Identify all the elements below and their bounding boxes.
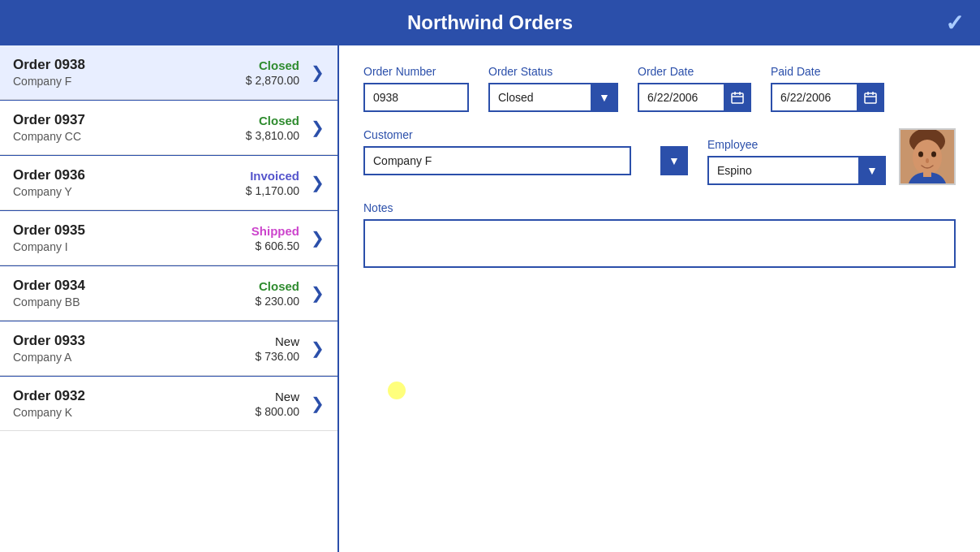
order-amount: $ 736.00 [256, 350, 300, 363]
paid-date-wrapper [771, 83, 884, 112]
app-header: Northwind Orders ✓ [0, 0, 980, 45]
order-info: Order 0933 Company A [13, 333, 256, 364]
order-amount: $ 3,810.00 [246, 129, 299, 142]
employee-label: Employee [707, 138, 886, 151]
order-status-label: Order Status [488, 65, 618, 78]
order-info: Order 0938 Company F [13, 57, 246, 88]
order-info: Order 0932 Company K [13, 388, 256, 419]
order-status: Closed [246, 58, 299, 72]
order-name: Order 0933 [13, 333, 256, 349]
order-number-input[interactable] [363, 83, 469, 112]
order-info: Order 0935 Company I [13, 222, 251, 253]
order-right: New $ 800.00 [256, 390, 300, 418]
order-name: Order 0938 [13, 57, 246, 73]
svg-point-12 [931, 152, 936, 157]
form-row-2: Customer Company F Company A Company BB … [363, 128, 956, 185]
order-info: Order 0937 Company CC [13, 112, 246, 143]
order-status: Closed [256, 279, 300, 293]
order-info: Order 0936 Company Y [13, 167, 246, 198]
notes-label: Notes [363, 201, 956, 214]
order-company: Company BB [13, 295, 256, 308]
order-date-label: Order Date [638, 65, 751, 78]
order-company: Company I [13, 240, 251, 253]
order-name: Order 0936 [13, 167, 246, 183]
list-item[interactable]: Order 0934 Company BB Closed $ 230.00 ❯ [0, 266, 337, 321]
chevron-right-icon[interactable]: ❯ [311, 173, 325, 192]
checkmark-icon[interactable]: ✓ [945, 10, 964, 37]
order-name: Order 0932 [13, 388, 256, 404]
cursor-indicator [388, 382, 406, 399]
employee-row: Employee Espino ▼ [707, 128, 956, 185]
paid-date-label: Paid Date [771, 65, 884, 78]
list-item[interactable]: Order 0937 Company CC Closed $ 3,810.00 … [0, 101, 337, 155]
order-status: New [256, 334, 300, 348]
order-status: New [256, 390, 300, 403]
svg-rect-0 [732, 93, 743, 103]
order-amount: $ 2,870.00 [246, 74, 299, 87]
order-company: Company CC [13, 130, 246, 143]
chevron-right-icon[interactable]: ❯ [311, 394, 325, 413]
svg-point-10 [913, 140, 942, 175]
order-status-select[interactable]: Closed New Shipped Invoiced [488, 83, 618, 112]
customer-select-wrapper: Company F Company A Company BB Company C… [363, 146, 688, 175]
employee-select[interactable]: Espino [707, 156, 886, 185]
order-company: Company F [13, 75, 246, 88]
order-info: Order 0934 Company BB [13, 278, 256, 308]
order-status-group: Order Status Closed New Shipped Invoiced… [488, 65, 618, 112]
customer-label: Customer [363, 128, 688, 141]
employee-photo [899, 128, 956, 185]
order-right: Closed $ 2,870.00 [246, 58, 299, 87]
order-amount: $ 606.50 [251, 239, 299, 252]
order-list: Order 0938 Company F Closed $ 2,870.00 ❯… [0, 45, 339, 552]
order-name: Order 0934 [13, 278, 256, 294]
order-date-group: Order Date [638, 65, 751, 112]
app-title: Northwind Orders [407, 11, 573, 33]
chevron-right-icon[interactable]: ❯ [311, 339, 325, 358]
svg-rect-14 [923, 170, 931, 177]
order-company: Company Y [13, 185, 246, 198]
order-right: New $ 736.00 [256, 334, 300, 363]
order-date-wrapper [638, 83, 751, 112]
order-amount: $ 1,170.00 [246, 184, 299, 197]
main-layout: Order 0938 Company F Closed $ 2,870.00 ❯… [0, 45, 980, 552]
order-right: Closed $ 3,810.00 [246, 114, 299, 142]
chevron-right-icon[interactable]: ❯ [311, 283, 325, 303]
paid-date-calendar-icon[interactable] [857, 83, 884, 112]
list-item[interactable]: Order 0938 Company F Closed $ 2,870.00 ❯ [0, 45, 337, 100]
svg-point-11 [918, 152, 923, 157]
list-item[interactable]: Order 0936 Company Y Invoiced $ 1,170.00… [0, 156, 337, 210]
list-item[interactable]: Order 0932 Company K New $ 800.00 ❯ [0, 377, 337, 431]
paid-date-group: Paid Date [771, 65, 884, 112]
order-number-group: Order Number [363, 65, 469, 112]
order-company: Company A [13, 351, 256, 364]
list-item[interactable]: Order 0933 Company A New $ 736.00 ❯ [0, 321, 337, 376]
notes-input[interactable] [363, 219, 956, 268]
list-item[interactable]: Order 0935 Company I Shipped $ 606.50 ❯ [0, 211, 337, 265]
order-amount: $ 800.00 [256, 405, 300, 418]
chevron-right-icon[interactable]: ❯ [311, 63, 325, 82]
customer-group: Customer Company F Company A Company BB … [363, 128, 688, 185]
order-name: Order 0935 [13, 222, 251, 239]
form-row-1: Order Number Order Status Closed New Shi… [363, 65, 956, 112]
order-number-label: Order Number [363, 65, 469, 78]
svg-point-13 [926, 158, 929, 163]
order-status: Shipped [251, 224, 299, 238]
chevron-right-icon[interactable]: ❯ [311, 118, 325, 137]
detail-panel: Order Number Order Status Closed New Shi… [339, 45, 980, 552]
customer-select[interactable]: Company F Company A Company BB Company C… [363, 146, 631, 175]
order-date-calendar-icon[interactable] [724, 83, 751, 112]
order-amount: $ 230.00 [256, 295, 300, 308]
order-status-select-wrapper: Closed New Shipped Invoiced ▼ [488, 83, 618, 112]
employee-group: Employee Espino ▼ [707, 138, 886, 185]
employee-select-wrapper: Espino ▼ [707, 156, 886, 185]
order-status: Closed [246, 114, 299, 127]
order-right: Closed $ 230.00 [256, 279, 300, 308]
svg-rect-4 [865, 93, 876, 103]
order-company: Company K [13, 406, 256, 419]
order-right: Invoiced $ 1,170.00 [246, 169, 299, 197]
customer-dropdown-icon: ▼ [660, 146, 688, 175]
notes-group: Notes [363, 201, 956, 268]
order-right: Shipped $ 606.50 [251, 224, 299, 252]
chevron-right-icon[interactable]: ❯ [311, 228, 325, 248]
app-container: Northwind Orders ✓ Order 0938 Company F … [0, 0, 980, 552]
